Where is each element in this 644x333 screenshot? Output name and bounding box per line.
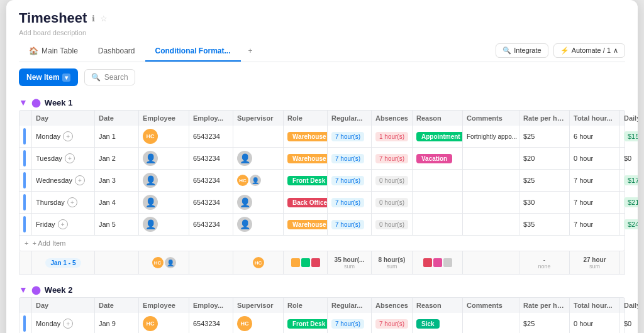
table-row: Friday + Jan 5 👤 6543234 👤 Warehouse 7 h… (19, 214, 625, 236)
supervisor-cell: HC👤 (233, 170, 284, 191)
add-icon[interactable]: + (75, 175, 85, 185)
summary-employ (189, 251, 233, 274)
new-item-button[interactable]: New Item ▾ (19, 68, 78, 86)
integrate-icon: 🔍 (502, 46, 511, 55)
star-icon[interactable]: ☆ (100, 14, 108, 23)
summary-role (284, 251, 328, 274)
week2-label: Week 2 (45, 285, 73, 295)
week2-header: ▼ ⬤ Week 2 (19, 280, 625, 297)
summary-comments (463, 251, 519, 274)
employee-cell: 👤 (139, 170, 189, 191)
role-cell: Front Desk (284, 170, 328, 191)
col-headers-week1: Day Date Employee Employ... Supervisor R… (19, 110, 625, 126)
add-icon[interactable]: + (67, 197, 77, 207)
tab-add[interactable]: + (241, 41, 260, 62)
absences-cell: 7 hour(s) (372, 148, 413, 169)
absences-cell: 1 hour(s) (372, 126, 413, 147)
role-cell: Back Office (284, 192, 328, 213)
col-daily-pay2: Daily total pay (620, 298, 638, 313)
summary-regular: 35 hour(... sum (328, 251, 372, 274)
col-rate2: Rate per hour (519, 298, 570, 313)
absences-cell: 0 hour(s) (372, 170, 413, 191)
summary-employee: HC 👤 (139, 251, 189, 274)
comments-cell (463, 148, 519, 169)
col-day2: Day (32, 298, 95, 313)
date-cell: Jan 1 (95, 126, 139, 147)
col-role: Role (284, 111, 328, 126)
role-cell: Warehouse (284, 126, 328, 147)
col-reason: Reason (413, 111, 463, 126)
add-icon[interactable]: + (63, 319, 73, 329)
week2-collapse-icon[interactable]: ▼ (19, 285, 28, 295)
supervisor-cell: 👤 (233, 192, 284, 213)
supervisor-cell: 👤 (233, 148, 284, 169)
col-regular2: Regular... (328, 298, 372, 313)
role-cell: Front Desk (284, 313, 328, 333)
absences-cell: 0 hour(s) (372, 214, 413, 235)
dropdown-arrow-icon[interactable]: ▾ (62, 74, 70, 82)
tabs-right: 🔍 Integrate ⚡ Automate / 1 ∧ (496, 43, 625, 60)
col-employee2: Employee (139, 298, 189, 313)
day-cell: Monday + (32, 126, 95, 147)
total-hours-cell: 0 hour (570, 313, 620, 333)
total-hours-cell: 0 hour (570, 148, 620, 169)
table-row: Tuesday + Jan 2 👤 6543234 👤 Warehouse 7 … (19, 148, 625, 170)
date-cell: Jan 5 (95, 214, 139, 235)
summary-supervisor: HC (233, 251, 284, 274)
table-row: Monday + Jan 9 HC 6543234 HC Front Desk … (19, 313, 625, 333)
table-row: Thursday + Jan 4 👤 6543234 👤 Back Office… (19, 192, 625, 214)
reason-cell (413, 192, 463, 213)
row-indicator (19, 192, 32, 213)
col-date: Date (95, 111, 139, 126)
daily-pay-cell: $210 (620, 192, 638, 213)
week1-collapse-icon[interactable]: ▼ (19, 97, 28, 107)
day-cell: Thursday + (32, 192, 95, 213)
tab-main-table[interactable]: 🏠 Main Table (19, 41, 88, 62)
add-icon[interactable]: + (58, 219, 68, 229)
integrate-button[interactable]: 🔍 Integrate (496, 43, 548, 58)
date-cell: Jan 2 (95, 148, 139, 169)
header: Timesheet ℹ ☆ Add board description 🏠 Ma… (6, 0, 638, 62)
regular-cell: 7 hour(s) (328, 214, 372, 235)
add-item-row[interactable]: + + Add Item (19, 236, 625, 251)
employ-cell: 6543234 (189, 214, 233, 235)
summary-row: Jan 1 - 5 HC 👤 HC (19, 251, 625, 275)
row-indicator (19, 170, 32, 191)
col-role2: Role (284, 298, 328, 313)
col-employ2: Employ... (189, 298, 233, 313)
table-area: ▼ ⬤ Week 1 Day Date Employee Employ... S… (6, 92, 638, 333)
col-supervisor: Supervisor (233, 111, 284, 126)
add-icon[interactable]: + (65, 153, 75, 163)
rate-cell: $35 (519, 214, 570, 235)
comments-cell (463, 214, 519, 235)
add-item-icon: + (25, 239, 28, 247)
employ-cell: 6543234 (189, 148, 233, 169)
regular-cell: 7 hour(s) (328, 148, 372, 169)
home-icon: 🏠 (29, 46, 38, 55)
automate-button[interactable]: ⚡ Automate / 1 ∧ (553, 43, 625, 58)
week1-header: ▼ ⬤ Week 1 (19, 92, 625, 110)
day-cell: Tuesday + (32, 148, 95, 169)
add-icon[interactable]: + (63, 131, 73, 141)
total-hours-cell: 6 hour (570, 126, 620, 147)
row-indicator (19, 214, 32, 235)
summary-date: Jan 1 - 5 (32, 251, 95, 274)
daily-pay-cell: $175 (620, 170, 638, 191)
search-box[interactable]: 🔍 Search (84, 69, 135, 85)
week1-group: ▼ ⬤ Week 1 Day Date Employee Employ... S… (19, 92, 625, 275)
regular-cell: 7 hour(s) (328, 126, 372, 147)
summary-absences: 8 hour(s) sum (372, 251, 413, 274)
total-hours-cell: 7 hour (570, 170, 620, 191)
info-icon[interactable]: ℹ (92, 14, 95, 23)
tab-conditional-format[interactable]: Conditional Format... (145, 41, 241, 62)
total-hours-cell: 7 hour (570, 214, 620, 235)
col-comments: Comments (463, 111, 519, 126)
summary-rate: - none (519, 251, 570, 274)
employee-cell: HC (139, 313, 189, 333)
tab-dashboard[interactable]: Dashboard (88, 41, 145, 62)
board-title: Timesheet ℹ ☆ (19, 10, 625, 26)
employ-cell: 6543234 (189, 170, 233, 191)
col-headers-week2: Day Date Employee Employ... Supervisor R… (19, 297, 625, 313)
day-cell: Friday + (32, 214, 95, 235)
summary-daily-pay: $780 sum (620, 251, 638, 274)
